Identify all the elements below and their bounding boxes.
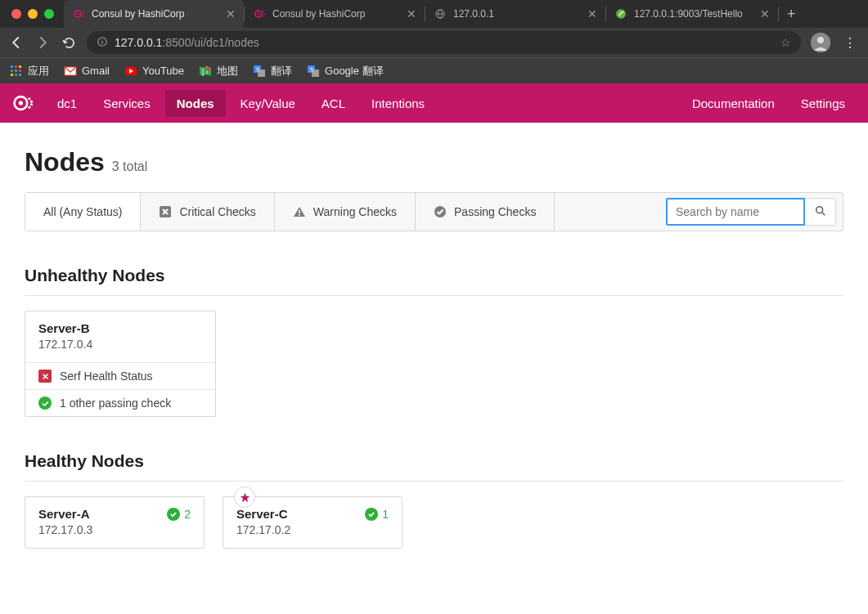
consul-logo-icon[interactable] [11, 92, 34, 114]
critical-icon [159, 205, 172, 218]
svg-text:文: 文 [309, 66, 314, 72]
url-text: 127.0.0.1:8500/ui/dc1/nodes [115, 36, 259, 49]
consul-navbar: dc1 Services Nodes Key/Value ACL Intenti… [0, 83, 868, 123]
address-bar: 127.0.0.1:8500/ui/dc1/nodes ☆ ⋮ [0, 28, 868, 57]
reload-button[interactable] [61, 36, 77, 50]
node-ip: 172.17.0.3 [38, 523, 191, 536]
healthy-nodes-grid: Server-A 2 172.17.0.3 Server-C [25, 496, 843, 549]
bookmark-apps[interactable]: 应用 [10, 64, 49, 78]
apps-grid-icon [10, 65, 23, 78]
new-tab-button[interactable]: + [779, 6, 804, 23]
consul-favicon-icon [72, 7, 85, 20]
bookmark-label: Google 翻译 [325, 64, 384, 78]
minimize-window-button[interactable] [28, 9, 38, 19]
node-name: Server-A [38, 507, 90, 521]
svg-point-42 [28, 106, 30, 109]
browser-tab[interactable]: Consul by HashiCorp ✕ [64, 0, 244, 28]
window-controls [3, 9, 64, 19]
nav-intentions[interactable]: Intentions [360, 90, 436, 117]
nav-acl[interactable]: ACL [310, 90, 357, 117]
close-tab-icon[interactable]: ✕ [760, 7, 770, 20]
nav-keyvalue[interactable]: Key/Value [229, 90, 307, 117]
leader-star-icon [234, 486, 255, 508]
filter-all[interactable]: All (Any Status) [25, 193, 141, 231]
close-tab-icon[interactable]: ✕ [226, 7, 236, 20]
svg-point-6 [257, 13, 259, 16]
nav-nodes[interactable]: Nodes [165, 90, 226, 117]
profile-avatar[interactable] [811, 33, 830, 52]
section-divider [25, 481, 843, 482]
svg-text:文: 文 [255, 66, 260, 72]
bookmark-label: Gmail [82, 65, 110, 77]
svg-point-8 [263, 13, 265, 15]
browser-tab[interactable]: 127.0.0.1 ✕ [425, 0, 605, 28]
globe-favicon-icon [434, 7, 447, 20]
bookmark-star-icon[interactable]: ☆ [780, 36, 791, 49]
warning-icon [293, 205, 306, 218]
bookmark-label: 地图 [217, 64, 238, 78]
datacenter-selector[interactable]: dc1 [46, 90, 88, 117]
svg-point-9 [263, 16, 264, 17]
nav-services[interactable]: Services [92, 90, 162, 117]
passing-status-icon [38, 397, 52, 410]
bookmark-youtube[interactable]: YouTube [124, 65, 184, 78]
check-row: Serf Health Status [25, 363, 215, 390]
translate-icon: 文 [253, 65, 266, 78]
node-card[interactable]: Server-C 1 172.17.0.2 [223, 496, 403, 549]
svg-rect-21 [19, 65, 21, 68]
site-info-icon[interactable] [97, 36, 108, 50]
close-window-button[interactable] [11, 9, 21, 19]
svg-rect-22 [11, 69, 13, 72]
back-button[interactable] [8, 35, 25, 50]
node-card[interactable]: Server-B 172.17.0.4 Serf Health Status 1… [25, 311, 216, 417]
maps-icon [199, 65, 212, 78]
nav-settings[interactable]: Settings [789, 90, 857, 117]
svg-point-40 [30, 101, 33, 103]
svg-rect-20 [15, 65, 17, 68]
search-button[interactable] [805, 198, 836, 226]
svg-point-3 [83, 13, 84, 15]
passing-icon [434, 205, 447, 218]
bookmark-maps[interactable]: 地图 [199, 64, 238, 78]
node-ip: 172.17.0.2 [236, 523, 389, 536]
tab-title: Consul by HashiCorp [92, 8, 184, 20]
search-input[interactable] [666, 198, 805, 226]
spring-favicon-icon [614, 7, 627, 20]
svg-point-47 [816, 206, 822, 213]
consul-favicon-icon [253, 7, 266, 20]
node-ip: 172.17.0.4 [38, 338, 202, 351]
nav-documentation[interactable]: Documentation [681, 90, 786, 117]
browser-menu-icon[interactable]: ⋮ [840, 35, 860, 51]
bookmark-label: 应用 [28, 64, 49, 78]
bookmark-google-translate[interactable]: 文 Google 翻译 [307, 64, 384, 78]
bookmarks-bar: 应用 Gmail YouTube 地图 文 翻译 [0, 57, 868, 83]
close-tab-icon[interactable]: ✕ [407, 7, 416, 20]
url-input[interactable]: 127.0.0.1:8500/ui/dc1/nodes ☆ [87, 31, 801, 54]
svg-point-1 [76, 13, 79, 16]
gmail-icon [64, 65, 77, 78]
svg-point-38 [19, 101, 23, 105]
node-card[interactable]: Server-A 2 172.17.0.3 [25, 496, 205, 549]
critical-status-icon [38, 370, 52, 383]
page-content: Nodes 3 total All (Any Status) Critical … [0, 123, 868, 549]
bookmark-gmail[interactable]: Gmail [64, 65, 110, 78]
maximize-window-button[interactable] [44, 9, 54, 19]
unhealthy-section-title: Unhealthy Nodes [25, 266, 843, 285]
filter-passing[interactable]: Passing Checks [416, 193, 555, 231]
passing-count: 2 [167, 508, 191, 521]
translate-icon: 文 [307, 65, 320, 78]
filter-critical[interactable]: Critical Checks [141, 193, 274, 231]
forward-button[interactable] [34, 35, 51, 50]
youtube-icon [124, 65, 137, 78]
node-name: Server-C [236, 507, 288, 521]
browser-tab[interactable]: 127.0.0.1:9003/TestHello ✕ [606, 0, 778, 28]
browser-tab[interactable]: Consul by HashiCorp ✕ [245, 0, 425, 28]
tab-title: Consul by HashiCorp [272, 8, 365, 20]
passing-status-icon [167, 508, 180, 521]
svg-rect-24 [19, 69, 21, 72]
bookmark-translate[interactable]: 文 翻译 [253, 64, 292, 78]
svg-rect-25 [11, 74, 13, 76]
close-tab-icon[interactable]: ✕ [587, 7, 597, 20]
bookmark-label: YouTube [142, 65, 184, 77]
filter-warning[interactable]: Warning Checks [275, 193, 416, 231]
